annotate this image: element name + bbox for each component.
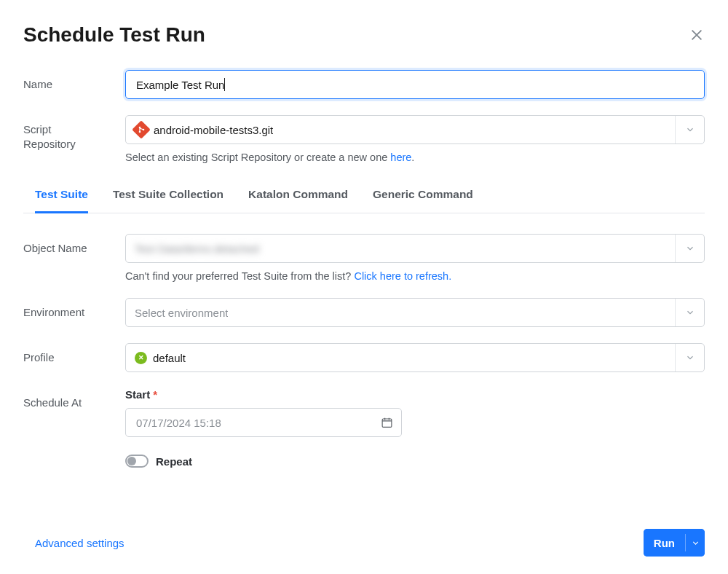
script-repo-help-text: Select an existing Script Repository or …: [125, 152, 705, 163]
git-icon: [132, 120, 150, 138]
required-asterisk: *: [153, 388, 157, 401]
profile-badge-icon: [135, 352, 147, 364]
object-name-value-blurred: Test Data/demo.detached: [135, 243, 259, 255]
create-repo-link[interactable]: here: [390, 152, 411, 163]
script-repo-label: Script Repository: [23, 115, 125, 152]
profile-select[interactable]: default: [125, 343, 705, 372]
script-repo-label-line1: Script: [23, 123, 51, 135]
run-dropdown-button[interactable]: [686, 529, 705, 557]
name-input-value: Example Test Run: [136, 79, 224, 91]
object-name-label: Object Name: [23, 234, 125, 256]
chevron-down-icon[interactable]: [675, 299, 704, 326]
object-name-select[interactable]: Test Data/demo.detached: [125, 234, 705, 263]
toggle-knob: [127, 457, 136, 465]
svg-rect-3: [382, 419, 392, 427]
script-repo-select[interactable]: android-mobile-tests3.git: [125, 115, 705, 144]
profile-label: Profile: [23, 343, 125, 365]
text-cursor: [224, 78, 225, 91]
environment-select[interactable]: Select environment: [125, 298, 705, 327]
calendar-icon[interactable]: [381, 417, 393, 429]
name-label: Name: [23, 70, 125, 92]
profile-value: default: [153, 352, 186, 364]
dialog-title: Schedule Test Run: [23, 23, 205, 47]
tab-test-suite[interactable]: Test Suite: [35, 179, 88, 213]
repeat-label: Repeat: [156, 455, 192, 468]
run-button-group: Run: [644, 529, 705, 557]
start-label: Start *: [125, 388, 705, 401]
schedule-at-label: Schedule At: [23, 388, 125, 410]
tab-test-suite-collection[interactable]: Test Suite Collection: [113, 179, 223, 213]
tab-katalon-command[interactable]: Katalon Command: [248, 179, 348, 213]
environment-label: Environment: [23, 298, 125, 320]
chevron-down-icon[interactable]: [675, 344, 704, 371]
object-name-help-text: Can't find your preferred Test Suite fro…: [125, 270, 705, 282]
chevron-down-icon[interactable]: [675, 235, 704, 262]
repeat-toggle[interactable]: [125, 455, 149, 468]
chevron-down-icon[interactable]: [675, 116, 704, 144]
start-datetime-input[interactable]: [125, 408, 402, 437]
refresh-link[interactable]: Click here to refresh.: [354, 270, 451, 282]
run-button[interactable]: Run: [644, 529, 685, 557]
script-repo-value: android-mobile-tests3.git: [154, 124, 273, 136]
tabs: Test Suite Test Suite Collection Katalon…: [23, 179, 705, 213]
tab-generic-command[interactable]: Generic Command: [373, 179, 473, 213]
close-icon[interactable]: [689, 27, 705, 43]
name-input[interactable]: Example Test Run: [125, 70, 705, 99]
script-repo-label-line2: Repository: [23, 138, 76, 150]
advanced-settings-link[interactable]: Advanced settings: [35, 537, 124, 549]
environment-placeholder: Select environment: [135, 307, 228, 319]
